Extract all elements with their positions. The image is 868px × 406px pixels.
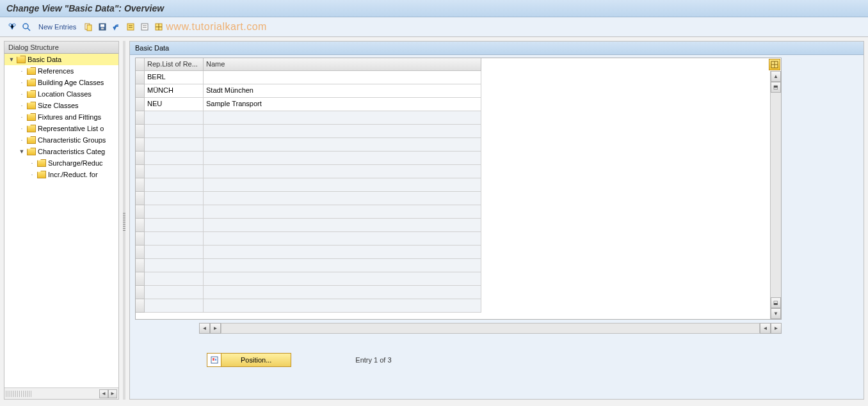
scroll-left-icon[interactable]: ◄	[199, 323, 210, 334]
row-selector[interactable]	[136, 84, 145, 98]
row-selector[interactable]	[136, 71, 145, 84]
entry-status: Entry 1 of 3	[355, 356, 391, 364]
grid-corner[interactable]	[136, 58, 145, 71]
tree-toggle-icon[interactable]: ·	[29, 171, 35, 178]
cell-code[interactable]: BERL	[145, 71, 204, 84]
folder-closed-icon	[27, 113, 36, 121]
position-label: Position...	[221, 356, 291, 364]
row-selector[interactable]	[136, 192, 145, 205]
tree-toggle-icon[interactable]: ▼	[8, 56, 15, 63]
row-selector[interactable]	[136, 259, 145, 272]
folder-closed-icon	[37, 171, 46, 178]
row-selector[interactable]	[136, 138, 145, 152]
tree-toggle-icon[interactable]: ·	[19, 79, 25, 86]
svg-rect-12	[141, 24, 148, 30]
row-selector[interactable]	[136, 219, 145, 232]
scroll-right-icon[interactable]: ►	[210, 323, 221, 334]
tree-item-8[interactable]: ▼Characteristics Categ	[4, 146, 118, 157]
row-selector[interactable]	[136, 178, 145, 192]
scroll-right-end-icon[interactable]: ►	[771, 323, 782, 334]
table-settings-icon[interactable]	[153, 21, 165, 33]
cell-name[interactable]	[204, 71, 481, 84]
tree-item-6[interactable]: ·Representative List o	[4, 123, 118, 134]
row-selector[interactable]	[136, 246, 145, 259]
tree-label: Building Age Classes	[38, 79, 104, 86]
toggle-view-icon[interactable]	[6, 21, 18, 33]
scroll-track[interactable]	[771, 93, 781, 297]
new-entries-button[interactable]: New Entries	[38, 23, 76, 31]
svg-rect-5	[87, 25, 92, 31]
tree-item-3[interactable]: ·Location Classes	[4, 88, 118, 100]
sidebar-scroll-left-icon[interactable]: ◄	[99, 389, 108, 398]
tree-toggle-icon[interactable]: ·	[19, 125, 25, 132]
row-selector[interactable]	[136, 272, 145, 286]
tree-item-7[interactable]: ·Characteristic Groups	[4, 134, 118, 146]
tree-toggle-icon[interactable]: ·	[19, 137, 25, 143]
tree-toggle-icon[interactable]: ·	[29, 160, 35, 166]
undo-icon[interactable]	[111, 21, 122, 33]
cell-empty	[204, 165, 481, 178]
cell-empty	[145, 299, 204, 313]
h-scroll-track[interactable]	[221, 323, 760, 334]
tree-toggle-icon[interactable]: ·	[19, 114, 25, 120]
cell-code[interactable]: NEU	[145, 98, 204, 111]
scroll-page-up-icon[interactable]: ⬒	[771, 82, 781, 93]
cell-empty	[145, 178, 204, 192]
tree-label: References	[38, 67, 74, 75]
tree-item-1[interactable]: ·References	[4, 65, 118, 77]
row-selector[interactable]	[136, 98, 145, 111]
column-header-0[interactable]: Rep.List of Re...	[145, 58, 204, 71]
toolbar: New Entries www.tutorialkart.com	[0, 17, 868, 37]
tree-item-0[interactable]: ▼Basic Data	[4, 54, 118, 65]
copy-icon[interactable]	[83, 21, 94, 33]
tree-label: Basic Data	[28, 56, 61, 63]
tree-toggle-icon[interactable]: ·	[19, 91, 25, 97]
scroll-left-end-icon[interactable]: ◄	[760, 323, 771, 334]
tree-item-10[interactable]: ·Incr./Reduct. for	[4, 169, 118, 180]
cell-name[interactable]: Sample Transport	[204, 98, 481, 111]
scroll-down-icon[interactable]: ▼	[771, 308, 781, 319]
row-selector[interactable]	[136, 299, 145, 313]
tree-label: Size Classes	[38, 102, 79, 109]
deselect-all-icon[interactable]	[139, 21, 150, 33]
row-selector[interactable]	[136, 286, 145, 299]
table-config-button[interactable]	[769, 59, 780, 70]
find-icon[interactable]	[20, 21, 32, 33]
row-selector[interactable]	[136, 232, 145, 246]
tree-view[interactable]: ▼Basic Data·References·Building Age Clas…	[4, 54, 118, 387]
sidebar-scroll-right-icon[interactable]: ►	[108, 389, 117, 398]
cell-code[interactable]: MÜNCH	[145, 84, 204, 98]
vertical-scrollbar[interactable]: ▲ ⬒ ⬓ ▼	[770, 71, 781, 319]
svg-rect-23	[215, 359, 216, 361]
tree-item-2[interactable]: ·Building Age Classes	[4, 77, 118, 88]
horizontal-scrollbar[interactable]: ◄ ► ◄ ►	[135, 322, 782, 334]
row-selector[interactable]	[136, 111, 145, 125]
row-selector[interactable]	[136, 125, 145, 138]
cell-empty	[145, 192, 204, 205]
cell-empty	[204, 272, 481, 286]
scroll-page-down-icon[interactable]: ⬓	[771, 297, 781, 308]
row-selector[interactable]	[136, 152, 145, 165]
watermark-text: www.tutorialkart.com	[166, 21, 267, 33]
tree-toggle-icon[interactable]: ▼	[19, 148, 25, 155]
tree-toggle-icon[interactable]: ·	[19, 68, 25, 74]
tree-item-5[interactable]: ·Fixtures and Fittings	[4, 111, 118, 123]
splitter-handle[interactable]	[123, 41, 125, 400]
tree-item-9[interactable]: ·Surcharge/Reduc	[4, 157, 118, 169]
folder-open-icon	[17, 56, 26, 63]
tree-item-4[interactable]: ·Size Classes	[4, 100, 118, 111]
select-all-icon[interactable]	[125, 21, 136, 33]
column-header-1[interactable]: Name	[204, 58, 481, 71]
data-table: Rep.List of Re...NameBERLMÜNCHStadt Münc…	[135, 58, 782, 320]
position-button[interactable]: Position...	[207, 353, 291, 367]
row-selector[interactable]	[136, 205, 145, 219]
scroll-up-icon[interactable]: ▲	[771, 71, 781, 82]
grid[interactable]: Rep.List of Re...NameBERLMÜNCHStadt Münc…	[136, 58, 481, 313]
row-selector[interactable]	[136, 165, 145, 178]
cell-name[interactable]: Stadt München	[204, 84, 481, 98]
save-icon[interactable]	[97, 21, 108, 33]
cell-empty	[204, 259, 481, 272]
position-icon	[207, 354, 221, 366]
tree-toggle-icon[interactable]: ·	[19, 102, 25, 109]
svg-line-3	[28, 28, 30, 31]
